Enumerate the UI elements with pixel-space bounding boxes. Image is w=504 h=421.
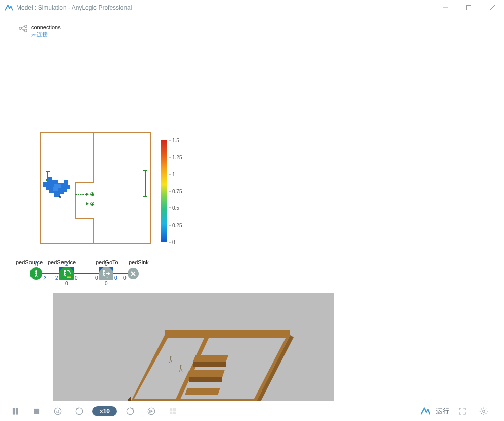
block-label: pedSink: [129, 259, 149, 265]
block-label: pedGoTo: [96, 259, 129, 265]
floorplan-2d[interactable]: ✕: [40, 132, 151, 244]
legend-tick: 0.5: [172, 205, 179, 211]
legend-tick: 0.75: [172, 189, 182, 194]
port-count: 0: [105, 281, 108, 286]
svg-rect-0: [467, 5, 471, 10]
svg-marker-13: [128, 397, 131, 401]
port-count: 0: [114, 275, 117, 281]
simulation-canvas[interactable]: connections 未连接 ✕ 1.5 1.25 1 0.75 0.5 0.…: [0, 15, 504, 401]
svg-point-1: [19, 27, 22, 30]
legend-tick: 0: [172, 239, 175, 245]
svg-marker-16: [193, 362, 226, 367]
port-count: 2: [43, 276, 46, 281]
svg-text:x1: x1: [56, 410, 59, 413]
port-count: 0: [95, 275, 98, 281]
svg-marker-17: [189, 370, 225, 377]
svg-point-36: [483, 410, 485, 412]
title-bar: Model : Simulation - AnyLogic Profession…: [0, 0, 504, 15]
svg-rect-25: [16, 408, 18, 414]
svg-rect-32: [170, 408, 172, 411]
pedestrian-marker-icon: ✕: [58, 195, 62, 200]
legend-tick: 1.25: [172, 155, 182, 160]
port-count: 0: [65, 281, 68, 286]
legend-tick: 1: [172, 171, 175, 177]
anylogic-logo-icon: [4, 3, 13, 12]
svg-point-7: [107, 277, 108, 278]
connector: [74, 273, 99, 274]
port-count: 0: [105, 261, 108, 267]
pause-button[interactable]: [7, 403, 23, 419]
connections-indicator[interactable]: connections 未连接: [19, 24, 61, 38]
svg-rect-24: [13, 408, 15, 414]
maximize-button[interactable]: [457, 0, 481, 15]
svg-rect-34: [170, 411, 172, 414]
block-label: pedSource: [16, 259, 48, 265]
legend-tick: 1.5: [172, 138, 179, 143]
fullscreen-button[interactable]: [454, 403, 470, 419]
process-flow[interactable]: pedSource pedService pedGoTo pedSink 0 2…: [16, 259, 149, 280]
svg-point-3: [25, 29, 27, 32]
svg-rect-23: [180, 366, 181, 369]
port-count: 0: [35, 262, 38, 267]
svg-rect-21: [170, 357, 171, 360]
port-count: 2: [55, 275, 58, 281]
svg-marker-18: [189, 377, 222, 382]
stop-button[interactable]: [28, 403, 45, 419]
toggle-view-button[interactable]: [165, 403, 181, 419]
control-bar: x1 x10 运行: [0, 401, 504, 421]
density-legend: 1.5 1.25 1 0.75 0.5 0.25 0: [161, 140, 169, 242]
port-count: 0: [75, 275, 78, 281]
run-status-label: 运行: [436, 407, 449, 416]
svg-rect-33: [173, 408, 176, 411]
settings-button[interactable]: [476, 403, 492, 419]
svg-marker-12: [165, 330, 290, 335]
target-line-right: [145, 171, 146, 196]
view-3d[interactable]: [53, 293, 334, 401]
connections-icon: [19, 25, 28, 32]
legend-tick: 0.25: [172, 222, 182, 228]
legend-gradient: [161, 140, 167, 242]
connections-status: 未连接: [31, 31, 61, 38]
ped-sink-block[interactable]: [128, 268, 139, 279]
port-count: 0: [123, 275, 127, 281]
slow-down-button[interactable]: [71, 403, 87, 419]
floor-3d-render: [53, 293, 334, 401]
speed-indicator[interactable]: x10: [92, 406, 117, 416]
svg-point-4: [35, 270, 37, 273]
speed-up-button[interactable]: [122, 403, 138, 419]
service-arrow-1: [75, 192, 94, 196]
svg-marker-15: [193, 355, 228, 362]
port-count: 2: [65, 261, 68, 267]
ped-service-block[interactable]: [59, 267, 74, 280]
svg-rect-26: [35, 409, 39, 413]
real-time-button[interactable]: [143, 403, 160, 419]
connector: [113, 273, 128, 274]
service-arrow-2: [75, 202, 94, 206]
svg-marker-19: [185, 388, 220, 395]
connections-label: connections: [31, 24, 61, 31]
svg-rect-35: [173, 411, 176, 414]
ped-goto-block[interactable]: [99, 267, 113, 280]
connector: [42, 273, 59, 274]
minimize-button[interactable]: [434, 0, 457, 15]
anylogic-icon[interactable]: [420, 406, 431, 417]
ped-source-block[interactable]: [30, 267, 42, 280]
svg-point-2: [25, 25, 27, 28]
speed-reset-button[interactable]: x1: [50, 403, 66, 419]
close-button[interactable]: [481, 0, 504, 15]
window-title: Model : Simulation - AnyLogic Profession…: [16, 4, 434, 11]
density-blob: [43, 177, 71, 199]
